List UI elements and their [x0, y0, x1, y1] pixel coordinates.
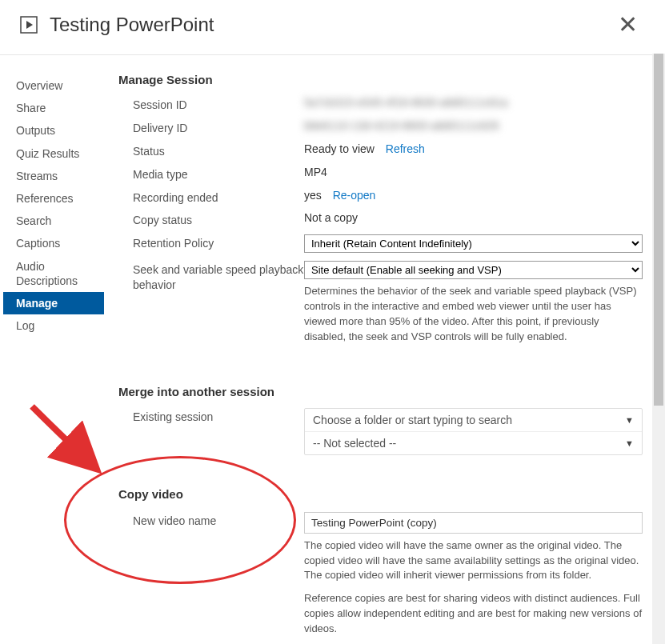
play-icon: [19, 15, 38, 34]
sidebar-item-captions[interactable]: Captions: [3, 232, 104, 254]
copy-status-value: Not a copy: [304, 211, 643, 224]
chevron-down-icon: ▼: [625, 415, 634, 425]
sidebar-item-share[interactable]: Share: [3, 97, 104, 119]
sidebar-item-log[interactable]: Log: [3, 314, 104, 337]
delivery-id-value: b8e6110-13d-4219-8600-a8d0111c626: [304, 119, 643, 132]
seek-behavior-help: Determines the behavior of the seek and …: [304, 284, 643, 344]
folder-search-placeholder: Choose a folder or start typing to searc…: [313, 414, 512, 426]
copy-video-heading: Copy video: [118, 487, 643, 501]
sidebar: Overview Share Outputs Quiz Results Stre…: [0, 55, 104, 643]
retention-policy-select[interactable]: Inherit (Retain Content Indefinitely): [304, 234, 643, 253]
sidebar-item-manage[interactable]: Manage: [3, 292, 104, 314]
scrollbar-thumb[interactable]: [654, 54, 663, 406]
recording-ended-label: Recording ended: [118, 189, 304, 206]
seek-behavior-label: Seek and variable speed playback behavio…: [118, 261, 304, 293]
sidebar-item-search[interactable]: Search: [3, 210, 104, 232]
sidebar-item-outputs[interactable]: Outputs: [3, 119, 104, 142]
close-button[interactable]: ✕: [610, 11, 646, 38]
status-label: Status: [118, 142, 304, 159]
content-panel: Manage Session Session ID 5a7cb315-e545-…: [104, 55, 665, 643]
recording-ended-value: yes: [304, 189, 322, 202]
new-video-name-input[interactable]: [304, 512, 643, 534]
media-type-value: MP4: [304, 166, 643, 178]
copy-help-1: The copied video will have the same owne…: [304, 538, 643, 584]
new-video-name-label: New video name: [118, 512, 304, 529]
session-id-label: Session ID: [118, 96, 304, 113]
sidebar-item-references[interactable]: References: [3, 187, 104, 210]
dialog-title: Testing PowerPoint: [50, 14, 610, 36]
session-not-selected: -- Not selected --: [313, 437, 396, 450]
session-id-value: 5a7cb315-e545-4f18-8630-a8d0111c61a: [304, 96, 643, 109]
sidebar-item-audio-descriptions[interactable]: Audio Descriptions: [3, 255, 104, 292]
scrollbar[interactable]: [652, 54, 665, 644]
retention-policy-label: Retention Policy: [118, 234, 304, 251]
copy-status-label: Copy status: [118, 211, 304, 228]
refresh-link[interactable]: Refresh: [386, 142, 425, 155]
sidebar-item-streams[interactable]: Streams: [3, 165, 104, 187]
chevron-down-icon: ▼: [625, 438, 634, 448]
status-value: Ready to view: [304, 142, 375, 155]
existing-session-label: Existing session: [118, 408, 304, 425]
reopen-link[interactable]: Re-open: [333, 189, 376, 202]
existing-session-picker[interactable]: Choose a folder or start typing to searc…: [304, 408, 643, 455]
copy-help-2: Reference copies are best for sharing vi…: [304, 591, 643, 637]
svg-marker-1: [26, 21, 33, 29]
dialog-header: Testing PowerPoint ✕: [0, 0, 665, 55]
merge-heading: Merge into another session: [118, 385, 643, 398]
delivery-id-label: Delivery ID: [118, 119, 304, 136]
manage-session-heading: Manage Session: [118, 73, 643, 86]
seek-behavior-select[interactable]: Site default (Enable all seeking and VSP…: [304, 261, 643, 279]
sidebar-item-quiz-results[interactable]: Quiz Results: [3, 142, 104, 165]
media-type-label: Media type: [118, 166, 304, 182]
sidebar-item-overview[interactable]: Overview: [3, 74, 104, 97]
